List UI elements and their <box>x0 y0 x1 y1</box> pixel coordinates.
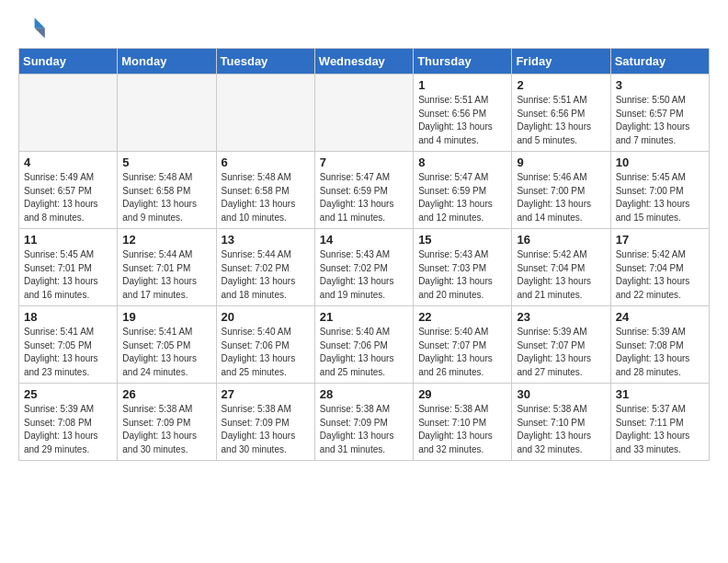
calendar-cell: 25Sunrise: 5:39 AM Sunset: 7:08 PM Dayli… <box>19 384 118 461</box>
day-info: Sunrise: 5:48 AM Sunset: 6:58 PM Dayligh… <box>122 171 210 224</box>
calendar-header-row: SundayMondayTuesdayWednesdayThursdayFrid… <box>19 49 710 75</box>
day-number: 20 <box>222 310 310 324</box>
calendar-cell: 29Sunrise: 5:38 AM Sunset: 7:10 PM Dayli… <box>414 384 512 461</box>
day-number: 8 <box>418 155 506 169</box>
calendar-week-row: 25Sunrise: 5:39 AM Sunset: 7:08 PM Dayli… <box>19 384 710 461</box>
calendar-cell: 18Sunrise: 5:41 AM Sunset: 7:05 PM Dayli… <box>19 306 118 384</box>
day-number: 27 <box>222 387 310 401</box>
day-number: 28 <box>320 387 408 401</box>
day-number: 13 <box>222 233 310 247</box>
weekday-header: Sunday <box>19 49 118 75</box>
day-number: 29 <box>418 387 506 401</box>
day-number: 17 <box>616 233 704 247</box>
calendar-cell: 7Sunrise: 5:47 AM Sunset: 6:59 PM Daylig… <box>314 152 413 229</box>
weekday-header: Thursday <box>414 49 512 75</box>
calendar-cell: 31Sunrise: 5:37 AM Sunset: 7:11 PM Dayli… <box>610 384 709 461</box>
logo <box>18 15 51 44</box>
day-info: Sunrise: 5:41 AM Sunset: 7:05 PM Dayligh… <box>122 326 210 379</box>
day-info: Sunrise: 5:51 AM Sunset: 6:56 PM Dayligh… <box>418 94 506 147</box>
calendar-cell <box>118 75 216 152</box>
calendar-cell: 23Sunrise: 5:39 AM Sunset: 7:07 PM Dayli… <box>512 306 610 384</box>
day-number: 22 <box>418 310 506 324</box>
day-number: 24 <box>616 310 704 324</box>
day-number: 10 <box>616 155 704 169</box>
header <box>18 15 710 44</box>
day-info: Sunrise: 5:38 AM Sunset: 7:09 PM Dayligh… <box>320 403 408 456</box>
day-number: 16 <box>517 233 605 247</box>
day-info: Sunrise: 5:40 AM Sunset: 7:07 PM Dayligh… <box>418 326 506 379</box>
day-number: 21 <box>320 310 408 324</box>
day-info: Sunrise: 5:37 AM Sunset: 7:11 PM Dayligh… <box>616 403 704 456</box>
calendar-cell: 8Sunrise: 5:47 AM Sunset: 6:59 PM Daylig… <box>414 152 512 229</box>
day-info: Sunrise: 5:40 AM Sunset: 7:06 PM Dayligh… <box>320 326 408 379</box>
calendar-cell: 12Sunrise: 5:44 AM Sunset: 7:01 PM Dayli… <box>118 229 216 306</box>
day-number: 23 <box>517 310 605 324</box>
day-info: Sunrise: 5:44 AM Sunset: 7:02 PM Dayligh… <box>222 248 310 302</box>
calendar: SundayMondayTuesdayWednesdayThursdayFrid… <box>18 48 710 461</box>
calendar-cell: 20Sunrise: 5:40 AM Sunset: 7:06 PM Dayli… <box>216 306 314 384</box>
day-number: 15 <box>418 233 506 247</box>
day-info: Sunrise: 5:41 AM Sunset: 7:05 PM Dayligh… <box>24 326 112 379</box>
calendar-week-row: 18Sunrise: 5:41 AM Sunset: 7:05 PM Dayli… <box>19 306 710 384</box>
day-number: 19 <box>122 310 210 324</box>
day-info: Sunrise: 5:48 AM Sunset: 6:58 PM Dayligh… <box>222 171 310 224</box>
day-number: 18 <box>24 310 112 324</box>
day-info: Sunrise: 5:50 AM Sunset: 6:57 PM Dayligh… <box>616 94 704 147</box>
calendar-cell: 6Sunrise: 5:48 AM Sunset: 6:58 PM Daylig… <box>216 152 314 229</box>
calendar-cell <box>216 75 314 152</box>
calendar-cell: 5Sunrise: 5:48 AM Sunset: 6:58 PM Daylig… <box>118 152 216 229</box>
day-info: Sunrise: 5:46 AM Sunset: 7:00 PM Dayligh… <box>517 171 605 224</box>
calendar-cell: 10Sunrise: 5:45 AM Sunset: 7:00 PM Dayli… <box>610 152 709 229</box>
weekday-header: Tuesday <box>216 49 314 75</box>
day-number: 3 <box>616 78 704 92</box>
calendar-cell: 3Sunrise: 5:50 AM Sunset: 6:57 PM Daylig… <box>610 75 709 152</box>
day-info: Sunrise: 5:38 AM Sunset: 7:10 PM Dayligh… <box>517 403 605 456</box>
calendar-cell: 30Sunrise: 5:38 AM Sunset: 7:10 PM Dayli… <box>512 384 610 461</box>
weekday-header: Wednesday <box>314 49 413 75</box>
day-info: Sunrise: 5:38 AM Sunset: 7:09 PM Dayligh… <box>222 403 310 456</box>
day-info: Sunrise: 5:51 AM Sunset: 6:56 PM Dayligh… <box>517 94 605 147</box>
day-number: 25 <box>24 387 112 401</box>
day-number: 26 <box>122 387 210 401</box>
day-info: Sunrise: 5:44 AM Sunset: 7:01 PM Dayligh… <box>122 248 210 302</box>
day-number: 14 <box>320 233 408 247</box>
day-info: Sunrise: 5:49 AM Sunset: 6:57 PM Dayligh… <box>24 171 112 224</box>
day-number: 30 <box>517 387 605 401</box>
calendar-cell: 1Sunrise: 5:51 AM Sunset: 6:56 PM Daylig… <box>414 75 512 152</box>
svg-marker-1 <box>35 28 45 38</box>
calendar-cell: 13Sunrise: 5:44 AM Sunset: 7:02 PM Dayli… <box>216 229 314 306</box>
calendar-cell: 11Sunrise: 5:45 AM Sunset: 7:01 PM Dayli… <box>19 229 118 306</box>
weekday-header: Friday <box>512 49 610 75</box>
day-info: Sunrise: 5:42 AM Sunset: 7:04 PM Dayligh… <box>616 248 704 302</box>
svg-marker-0 <box>35 17 45 28</box>
day-info: Sunrise: 5:43 AM Sunset: 7:03 PM Dayligh… <box>418 248 506 302</box>
calendar-cell: 4Sunrise: 5:49 AM Sunset: 6:57 PM Daylig… <box>19 152 118 229</box>
calendar-cell <box>314 75 413 152</box>
calendar-cell <box>19 75 118 152</box>
day-info: Sunrise: 5:45 AM Sunset: 7:00 PM Dayligh… <box>616 171 704 224</box>
weekday-header: Saturday <box>610 49 709 75</box>
day-number: 1 <box>418 78 506 92</box>
weekday-header: Monday <box>118 49 216 75</box>
calendar-cell: 2Sunrise: 5:51 AM Sunset: 6:56 PM Daylig… <box>512 75 610 152</box>
calendar-week-row: 11Sunrise: 5:45 AM Sunset: 7:01 PM Dayli… <box>19 229 710 306</box>
calendar-cell: 27Sunrise: 5:38 AM Sunset: 7:09 PM Dayli… <box>216 384 314 461</box>
calendar-cell: 22Sunrise: 5:40 AM Sunset: 7:07 PM Dayli… <box>414 306 512 384</box>
day-info: Sunrise: 5:39 AM Sunset: 7:08 PM Dayligh… <box>24 403 112 456</box>
day-info: Sunrise: 5:45 AM Sunset: 7:01 PM Dayligh… <box>24 248 112 302</box>
calendar-cell: 16Sunrise: 5:42 AM Sunset: 7:04 PM Dayli… <box>512 229 610 306</box>
logo-icon <box>18 15 48 44</box>
day-number: 12 <box>122 233 210 247</box>
day-number: 11 <box>24 233 112 247</box>
calendar-cell: 28Sunrise: 5:38 AM Sunset: 7:09 PM Dayli… <box>314 384 413 461</box>
calendar-week-row: 4Sunrise: 5:49 AM Sunset: 6:57 PM Daylig… <box>19 152 710 229</box>
day-number: 7 <box>320 155 408 169</box>
day-info: Sunrise: 5:40 AM Sunset: 7:06 PM Dayligh… <box>222 326 310 379</box>
day-info: Sunrise: 5:42 AM Sunset: 7:04 PM Dayligh… <box>517 248 605 302</box>
day-number: 9 <box>517 155 605 169</box>
calendar-week-row: 1Sunrise: 5:51 AM Sunset: 6:56 PM Daylig… <box>19 75 710 152</box>
day-number: 6 <box>222 155 310 169</box>
day-info: Sunrise: 5:39 AM Sunset: 7:08 PM Dayligh… <box>616 326 704 379</box>
calendar-cell: 9Sunrise: 5:46 AM Sunset: 7:00 PM Daylig… <box>512 152 610 229</box>
day-info: Sunrise: 5:47 AM Sunset: 6:59 PM Dayligh… <box>418 171 506 224</box>
